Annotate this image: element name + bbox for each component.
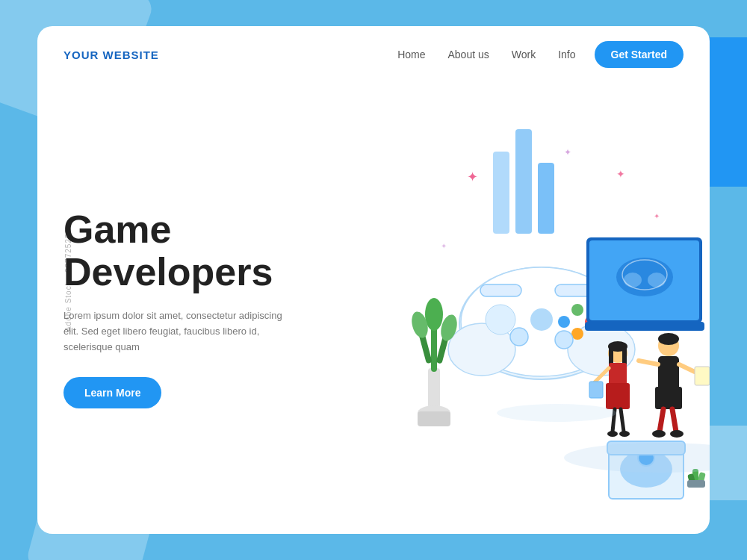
- svg-text:✦: ✦: [616, 168, 625, 180]
- nav-item-about[interactable]: About us: [447, 48, 489, 61]
- svg-point-12: [486, 305, 515, 335]
- svg-rect-73: [589, 382, 603, 398]
- svg-line-63: [672, 409, 676, 432]
- svg-point-77: [619, 431, 630, 437]
- svg-point-28: [425, 298, 443, 331]
- svg-point-13: [571, 304, 583, 316]
- svg-text:✦: ✦: [654, 212, 660, 220]
- right-panel: ✦ ✦ ✦ ✦ ✦: [295, 90, 710, 511]
- nav-item-info[interactable]: Info: [558, 48, 575, 61]
- main-card: Adobe Stock · 287725252 YOUR WEBSITE Hom…: [37, 26, 710, 534]
- svg-rect-0: [493, 152, 509, 234]
- logo: YOUR WEBSITE: [63, 49, 159, 61]
- hero-title: Game Developers: [63, 208, 295, 293]
- svg-rect-61: [695, 367, 710, 385]
- svg-point-17: [510, 328, 528, 346]
- left-panel: Game Developers Lorem ipsum dolor sit am…: [63, 90, 295, 511]
- svg-point-76: [607, 431, 618, 437]
- svg-rect-71: [606, 383, 630, 409]
- svg-rect-1: [515, 129, 532, 234]
- svg-point-65: [670, 430, 684, 438]
- illustration-svg: ✦ ✦ ✦ ✦ ✦: [295, 92, 710, 510]
- nav-links: Home About us Work Info: [397, 48, 575, 61]
- svg-rect-39: [585, 322, 704, 331]
- svg-rect-2: [538, 163, 554, 234]
- get-started-button[interactable]: Get Started: [595, 41, 684, 68]
- svg-rect-19: [480, 284, 521, 296]
- svg-rect-24: [418, 411, 450, 426]
- svg-text:✦: ✦: [441, 242, 447, 250]
- svg-rect-86: [687, 480, 705, 488]
- svg-point-56: [658, 333, 679, 345]
- nav-item-work[interactable]: Work: [512, 48, 536, 61]
- nav-item-home[interactable]: Home: [397, 48, 425, 61]
- svg-text:✦: ✦: [564, 147, 571, 158]
- svg-rect-58: [655, 387, 682, 409]
- svg-point-15: [558, 316, 570, 328]
- svg-point-36: [624, 273, 642, 287]
- hero-description: Lorem ipsum dolor sit amet, consectetur …: [63, 308, 295, 355]
- svg-text:✦: ✦: [467, 169, 478, 184]
- svg-point-88: [497, 404, 616, 422]
- svg-line-59: [639, 361, 658, 364]
- svg-line-60: [679, 364, 695, 372]
- svg-point-87: [564, 443, 710, 473]
- main-content: Game Developers Lorem ipsum dolor sit am…: [37, 83, 710, 534]
- svg-point-37: [648, 273, 666, 287]
- svg-point-64: [652, 430, 666, 438]
- learn-more-button[interactable]: Learn More: [63, 377, 161, 408]
- svg-line-62: [660, 409, 663, 432]
- svg-point-18: [555, 331, 573, 349]
- navbar: YOUR WEBSITE Home About us Work Info Get…: [37, 26, 710, 83]
- svg-line-75: [621, 409, 624, 432]
- svg-point-21: [530, 308, 553, 331]
